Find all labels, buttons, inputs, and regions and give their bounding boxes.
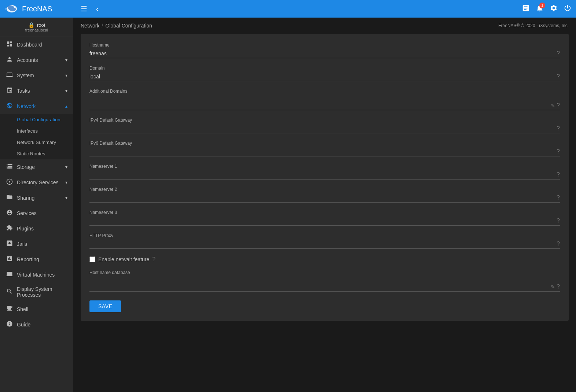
sidebar-item-reporting[interactable]: Reporting xyxy=(0,252,73,267)
sidebar-item-label: Network xyxy=(17,103,62,109)
domain-label: Domain xyxy=(89,66,560,71)
nameserver1-input[interactable] xyxy=(89,170,560,180)
nameserver2-field: Nameserver 2 ? xyxy=(89,187,560,203)
sidebar-item-network[interactable]: Network ▴ xyxy=(0,99,73,114)
ipv4-gateway-help-icon[interactable]: ? xyxy=(557,125,560,132)
host-name-db-input[interactable] xyxy=(89,277,560,292)
netwait-help-icon[interactable]: ? xyxy=(152,256,155,263)
hostname-field: Hostname ? xyxy=(89,42,560,58)
sidebar-subitem-network-summary[interactable]: Network Summary xyxy=(0,137,73,148)
ipv6-gateway-help-icon[interactable]: ? xyxy=(557,148,560,155)
sidebar-item-label: Accounts xyxy=(17,57,62,63)
domain-help-icon[interactable]: ? xyxy=(557,73,560,80)
nameserver1-field: Nameserver 1 ? xyxy=(89,164,560,180)
system-icon xyxy=(6,71,13,79)
nameserver1-label: Nameserver 1 xyxy=(89,164,560,169)
sidebar-item-plugins[interactable]: Plugins xyxy=(0,221,73,236)
sidebar-item-accounts[interactable]: Accounts ▾ xyxy=(0,52,73,68)
freenas-logo-icon xyxy=(4,3,19,15)
menu-button[interactable]: ☰ xyxy=(78,3,90,15)
sidebar-item-label: Directory Services xyxy=(17,180,62,185)
sidebar-user: 🔒 root freenas.local xyxy=(0,18,73,37)
sidebar-item-guide[interactable]: Guide xyxy=(0,317,73,332)
http-proxy-field: HTTP Proxy ? xyxy=(89,233,560,249)
plugins-icon xyxy=(6,225,13,233)
http-proxy-help-icon[interactable]: ? xyxy=(557,241,560,247)
sidebar-item-dashboard[interactable]: Dashboard xyxy=(0,37,73,52)
sidebar-item-display-system-processes[interactable]: Display System Processes xyxy=(0,282,73,302)
http-proxy-input[interactable] xyxy=(89,240,560,249)
edit-icon[interactable]: ✎ xyxy=(551,284,555,290)
sidebar-item-system[interactable]: System ▾ xyxy=(0,68,73,83)
jails-icon xyxy=(6,240,13,248)
power-button[interactable] xyxy=(564,4,572,14)
nameserver1-help-icon[interactable]: ? xyxy=(557,171,560,178)
breadcrumb-parent[interactable]: Network xyxy=(81,23,99,29)
global-configuration-form: Hostname ? Domain ? Additional Domains ✎… xyxy=(81,34,569,321)
hostname-help-icon[interactable]: ? xyxy=(557,50,560,57)
nameserver2-input[interactable] xyxy=(89,193,560,203)
settings-button[interactable] xyxy=(550,4,558,14)
nameserver3-help-icon[interactable]: ? xyxy=(557,218,560,224)
sidebar-item-label: Reporting xyxy=(17,256,67,262)
additional-domains-help-icon[interactable]: ? xyxy=(557,102,560,109)
nameserver3-input[interactable] xyxy=(89,217,560,226)
host-name-db-field: Host name database ✎ ? xyxy=(89,270,560,292)
nameserver2-label: Nameserver 2 xyxy=(89,187,560,192)
edit-icon[interactable]: ✎ xyxy=(551,103,555,108)
hostname-input[interactable] xyxy=(89,49,560,58)
sidebar-item-tasks[interactable]: Tasks ▾ xyxy=(0,83,73,99)
sidebar-item-sharing[interactable]: Sharing ▾ xyxy=(0,190,73,206)
notes-button[interactable] xyxy=(522,4,530,14)
expand-arrow-icon: ▾ xyxy=(65,195,67,200)
shell-icon xyxy=(6,305,13,313)
sidebar-item-virtual-machines[interactable]: Virtual Machines xyxy=(0,267,73,282)
sidebar-subitem-interfaces[interactable]: Interfaces xyxy=(0,125,73,137)
domain-input[interactable] xyxy=(89,72,560,81)
network-submenu: Global Configuration Interfaces Network … xyxy=(0,114,73,159)
sidebar: 🔒 root freenas.local Dashboard Accounts … xyxy=(0,18,73,392)
back-button[interactable]: ‹ xyxy=(93,3,102,15)
network-icon xyxy=(6,102,13,110)
logo: FreeNAS xyxy=(4,3,78,15)
ipv6-gateway-field: IPv6 Default Gateway ? xyxy=(89,141,560,156)
ipv6-gateway-input[interactable] xyxy=(89,147,560,156)
sidebar-item-storage[interactable]: Storage ▾ xyxy=(0,159,73,175)
svg-point-3 xyxy=(9,181,11,183)
additional-domains-input[interactable] xyxy=(89,95,560,110)
sidebar-item-directory-services[interactable]: Directory Services ▾ xyxy=(0,175,73,190)
directory-services-icon xyxy=(6,178,13,186)
sidebar-subitem-static-routes[interactable]: Static Routes xyxy=(0,148,73,159)
nameserver2-help-icon[interactable]: ? xyxy=(557,195,560,201)
logo-text: FreeNAS xyxy=(22,5,52,13)
expand-arrow-icon: ▾ xyxy=(65,164,67,170)
collapse-arrow-icon: ▴ xyxy=(65,104,67,109)
breadcrumb: Network / Global Configuration FreeNAS® … xyxy=(73,18,576,34)
sidebar-item-label: Services xyxy=(17,210,67,216)
svg-point-1 xyxy=(14,6,15,8)
host-name-db-help-icon[interactable]: ? xyxy=(557,284,560,290)
sidebar-item-shell[interactable]: Shell xyxy=(0,302,73,317)
services-icon xyxy=(6,209,13,217)
breadcrumb-current: Global Configuration xyxy=(105,23,152,29)
ipv4-gateway-input[interactable] xyxy=(89,124,560,133)
topbar-center: ☰ ‹ xyxy=(78,3,522,15)
domain-field: Domain ? xyxy=(89,66,560,81)
main-content: Network / Global Configuration FreeNAS® … xyxy=(73,18,576,392)
enable-netwait-checkbox[interactable] xyxy=(89,256,95,262)
sidebar-subitem-global-configuration[interactable]: Global Configuration xyxy=(0,114,73,125)
accounts-icon xyxy=(6,56,13,64)
copyright-text: FreeNAS® © 2020 - iXsystems, Inc. xyxy=(498,23,569,28)
notifications-button[interactable]: 1 xyxy=(536,4,544,14)
nameserver3-field: Nameserver 3 ? xyxy=(89,210,560,226)
virtual-machines-icon xyxy=(6,271,13,279)
save-button[interactable]: SAVE xyxy=(89,300,121,312)
sidebar-item-label: Display System Processes xyxy=(17,286,67,298)
expand-arrow-icon: ▾ xyxy=(65,180,67,185)
sidebar-item-jails[interactable]: Jails xyxy=(0,236,73,252)
sidebar-item-services[interactable]: Services xyxy=(0,206,73,221)
notification-badge: 1 xyxy=(539,3,545,8)
expand-arrow-icon: ▾ xyxy=(65,73,67,78)
lock-icon: 🔒 xyxy=(28,22,34,28)
sidebar-item-label: Sharing xyxy=(17,195,62,201)
